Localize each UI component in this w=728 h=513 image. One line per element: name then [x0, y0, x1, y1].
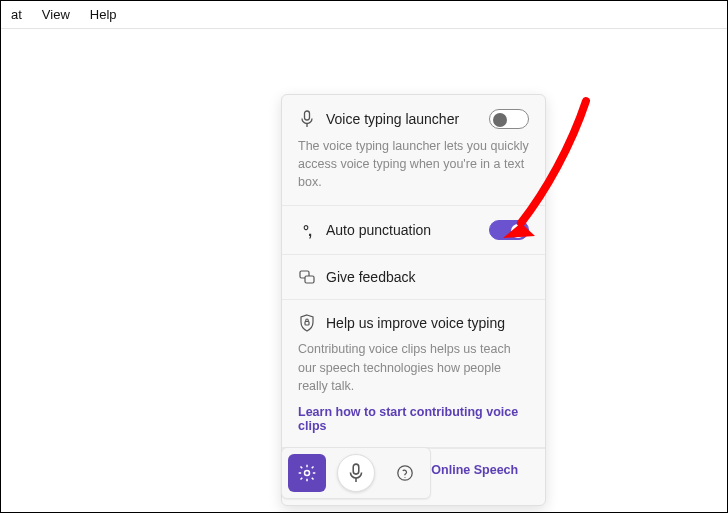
- improve-desc: Contributing voice clips helps us teach …: [298, 340, 529, 394]
- settings-button[interactable]: [288, 454, 326, 492]
- punctuation-label: Auto punctuation: [326, 222, 479, 238]
- help-icon: [396, 464, 414, 482]
- menu-bar: at View Help: [1, 1, 727, 29]
- punctuation-icon: °,: [298, 222, 316, 239]
- svg-point-8: [398, 466, 412, 480]
- section-feedback[interactable]: Give feedback: [282, 255, 545, 300]
- launcher-label: Voice typing launcher: [326, 111, 479, 127]
- feedback-label: Give feedback: [326, 269, 529, 285]
- menu-item-view[interactable]: View: [32, 1, 80, 29]
- improve-link[interactable]: Learn how to start contributing voice cl…: [298, 405, 529, 433]
- help-button[interactable]: [386, 454, 424, 492]
- punctuation-toggle[interactable]: [489, 220, 529, 240]
- svg-rect-6: [353, 464, 359, 474]
- launcher-toggle[interactable]: [489, 109, 529, 129]
- svg-point-9: [405, 477, 406, 478]
- mic-button[interactable]: [337, 454, 375, 492]
- section-improve: Help us improve voice typing Contributin…: [282, 300, 545, 447]
- svg-rect-4: [305, 322, 309, 326]
- feedback-icon: [298, 269, 316, 285]
- menu-item-cut[interactable]: at: [1, 1, 32, 29]
- launcher-desc: The voice typing launcher lets you quick…: [298, 137, 529, 191]
- voice-typing-settings-panel: Voice typing launcher The voice typing l…: [281, 94, 546, 506]
- mic-icon: [298, 110, 316, 128]
- section-punctuation: °, Auto punctuation: [282, 206, 545, 255]
- improve-label: Help us improve voice typing: [326, 315, 529, 331]
- shield-lock-icon: [298, 314, 316, 332]
- svg-rect-0: [305, 111, 310, 120]
- voice-typing-toolbar: [281, 447, 431, 499]
- gear-icon: [297, 463, 317, 483]
- section-launcher: Voice typing launcher The voice typing l…: [282, 95, 545, 206]
- svg-point-5: [304, 471, 309, 476]
- svg-rect-3: [305, 276, 314, 283]
- menu-item-help[interactable]: Help: [80, 1, 127, 29]
- mic-icon: [348, 463, 364, 483]
